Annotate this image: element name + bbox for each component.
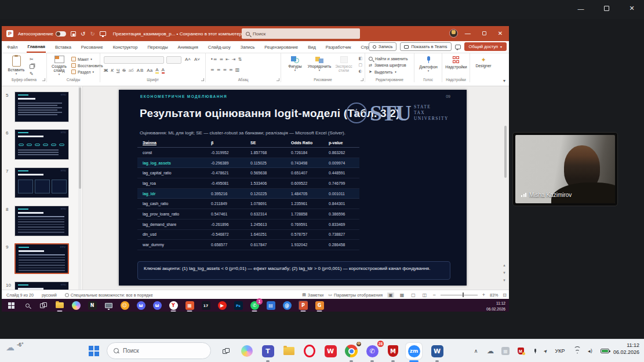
align-center-icon[interactable]: ≡ bbox=[217, 67, 221, 72]
align-left-icon[interactable]: ≡ bbox=[210, 67, 214, 72]
grow-font-button[interactable]: A˄ bbox=[185, 57, 191, 62]
docs-blue-icon[interactable]: ▤ bbox=[266, 301, 275, 310]
font-style-button-0[interactable]: Ж bbox=[104, 68, 108, 73]
slide-canvas[interactable]: ЕКОНОМЕТРИЧНЕ МОДЕЛЮВАННЯ 09 Результати … bbox=[119, 90, 467, 286]
chrome-icon[interactable] bbox=[343, 343, 359, 359]
remote-desktop-icon[interactable] bbox=[104, 301, 113, 310]
paste-button[interactable]: Вставить▾ bbox=[6, 56, 26, 75]
tray-overflow-chevron-icon[interactable]: ∧ bbox=[471, 339, 481, 362]
accessibility-status[interactable]: Специальные возможности: все в порядке bbox=[65, 292, 153, 298]
new-slide-button[interactable]: Создать слайд▾ bbox=[49, 56, 70, 76]
record-button[interactable]: Запись bbox=[369, 42, 397, 51]
shape-effects-icon[interactable]: ◐ bbox=[358, 69, 362, 74]
fit-to-window-icon[interactable]: ⊡ bbox=[503, 292, 507, 298]
mcafee-tray-icon[interactable]: M bbox=[515, 339, 526, 362]
increase-indent-icon[interactable]: ⇥ bbox=[232, 57, 236, 62]
font-style-button-5[interactable]: АВ bbox=[137, 68, 144, 73]
slide-thumbnail-9[interactable]: STU bbox=[14, 243, 69, 274]
language-indicator[interactable]: УКР bbox=[552, 339, 567, 362]
discord-icon-2[interactable]: ω bbox=[152, 301, 162, 310]
share-button[interactable]: Общий доступ▾ bbox=[464, 42, 507, 51]
shapes-button[interactable]: Фигуры▾ bbox=[286, 56, 304, 72]
account-avatar[interactable] bbox=[449, 29, 458, 38]
photoshop-icon[interactable]: Ps bbox=[234, 301, 243, 310]
font-style-button-1[interactable]: К bbox=[111, 68, 114, 73]
teams-icon[interactable]: T bbox=[260, 343, 276, 359]
font-color-button[interactable]: А bbox=[162, 67, 165, 74]
slide-sorter-view-button[interactable]: ▦ bbox=[399, 292, 406, 298]
shape-fill-icon[interactable]: ◧ bbox=[358, 56, 362, 61]
copilot-icon[interactable] bbox=[71, 301, 81, 310]
shape-outline-icon[interactable]: ▢ bbox=[358, 63, 362, 67]
slide-thumbnail-6[interactable]: STU bbox=[14, 129, 69, 160]
opera-icon[interactable] bbox=[301, 343, 318, 359]
redo-icon[interactable]: ↻ bbox=[90, 31, 94, 37]
tab-2[interactable]: Вставка bbox=[54, 42, 72, 52]
line-spacing-icon[interactable]: ⇅ bbox=[238, 57, 242, 62]
undo-icon[interactable]: ↺ bbox=[81, 31, 85, 37]
weather-widget[interactable]: ☁ -6° bbox=[6, 343, 24, 352]
webcam-tile[interactable]: Misha Kazimirov bbox=[512, 132, 618, 206]
replace-fonts-button[interactable]: ⇄Замена шрифтов bbox=[369, 63, 408, 68]
zoom-icon[interactable]: zm bbox=[406, 343, 422, 359]
comments-icon[interactable] bbox=[455, 45, 461, 49]
orange-app-icon[interactable]: ▦ bbox=[185, 301, 194, 310]
copy-icon[interactable] bbox=[30, 64, 34, 69]
close-icon[interactable]: ✕ bbox=[623, 5, 641, 12]
thumbnail-scrollbar[interactable] bbox=[78, 86, 81, 290]
select-button[interactable]: ➤Выделить▾ bbox=[369, 70, 408, 74]
tab-10[interactable]: Вид bbox=[307, 42, 316, 52]
dictate-button[interactable]: Диктофон▾ bbox=[417, 56, 440, 72]
slide-thumbnail-8[interactable]: STU bbox=[14, 206, 69, 236]
slide-thumbnail-5[interactable]: STU bbox=[14, 92, 69, 122]
wifi-icon[interactable] bbox=[572, 339, 583, 362]
arrange-button[interactable]: Упорядочить▾ bbox=[307, 56, 332, 72]
onedrive-icon[interactable]: ☁ bbox=[485, 339, 496, 362]
font-size-select[interactable] bbox=[166, 56, 181, 64]
viber-icon[interactable]: ✆28 bbox=[364, 343, 380, 359]
slide-thumbnail-10[interactable]: STU bbox=[14, 281, 69, 290]
designer-button[interactable]: ✦ Designer bbox=[472, 56, 494, 68]
ppt-minimize-icon[interactable]: — bbox=[461, 30, 474, 36]
notion-icon[interactable]: N bbox=[88, 301, 97, 310]
taskbar-search-input[interactable]: Поиск bbox=[107, 342, 211, 359]
tab-6[interactable]: Анимация bbox=[177, 42, 199, 52]
discord-icon[interactable]: ω bbox=[136, 301, 145, 310]
justify-icon[interactable]: ≡ bbox=[229, 67, 233, 72]
slide-thumbnail-7[interactable]: STU bbox=[14, 167, 69, 198]
font-style-button-2[interactable]: Ч bbox=[117, 68, 119, 73]
powerpoint-icon[interactable]: P bbox=[299, 301, 308, 310]
numbering-icon[interactable]: ≡ bbox=[219, 57, 223, 62]
previous-slide-icon[interactable]: ▾ bbox=[501, 270, 508, 275]
font-style-button-6[interactable]: Аа bbox=[147, 68, 152, 73]
youtube-icon[interactable]: ▶ bbox=[217, 301, 227, 310]
battery-icon[interactable] bbox=[599, 339, 610, 362]
task-view-button[interactable] bbox=[218, 343, 234, 359]
columns-icon[interactable]: ▥ bbox=[235, 67, 240, 72]
normal-view-button[interactable]: ▣ bbox=[387, 292, 394, 298]
reset-button[interactable]: Восстановить bbox=[71, 63, 103, 68]
yandex-browser-icon[interactable]: Y bbox=[169, 301, 178, 310]
mail-blue-icon[interactable]: @ bbox=[282, 301, 292, 310]
word-icon[interactable]: W bbox=[429, 343, 445, 359]
save-icon[interactable] bbox=[71, 31, 76, 36]
tab-7[interactable]: Слайд-шоу bbox=[208, 42, 231, 52]
minimize-icon[interactable]: — bbox=[572, 5, 590, 12]
editor-scrollbar[interactable] bbox=[504, 89, 507, 262]
font-style-button-4[interactable]: аб bbox=[129, 68, 134, 73]
slideshow-view-button[interactable]: ◫ bbox=[421, 292, 428, 298]
volume-icon[interactable]: ◂) bbox=[585, 339, 595, 362]
tab-3[interactable]: Рисование bbox=[81, 42, 104, 52]
tab-5[interactable]: Переходы bbox=[147, 42, 168, 52]
dialog-launcher-icon[interactable] bbox=[276, 78, 279, 81]
start-button[interactable] bbox=[6, 301, 16, 310]
chat-orange-icon[interactable]: ☺ bbox=[120, 301, 129, 310]
g-app-icon[interactable]: G bbox=[315, 301, 324, 310]
search-input[interactable]: Поиск bbox=[242, 28, 360, 39]
zoom-slider[interactable] bbox=[441, 295, 478, 295]
w-red-app-icon[interactable]: W bbox=[322, 343, 339, 359]
present-in-teams-button[interactable]: Показать в Teams bbox=[400, 42, 451, 51]
autosave-toggle[interactable] bbox=[56, 31, 66, 36]
next-slide-icon[interactable]: ▾ bbox=[501, 278, 508, 283]
tab-0[interactable]: Файл bbox=[6, 42, 18, 52]
